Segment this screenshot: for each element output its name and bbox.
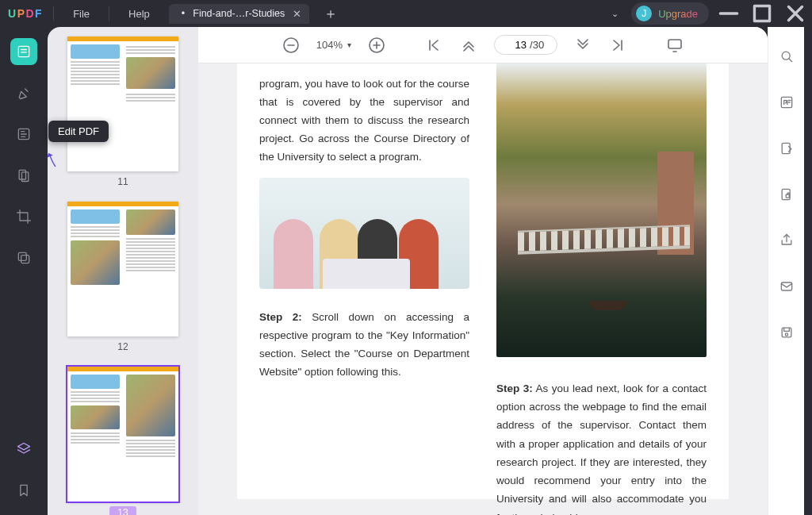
upgrade-button[interactable]: J Upgrade xyxy=(631,2,709,25)
previous-page-button[interactable] xyxy=(459,36,478,55)
paragraph: program, you have to look out for the co… xyxy=(259,75,469,167)
thumbnail-page-13[interactable]: 13 xyxy=(60,367,186,515)
first-page-button[interactable] xyxy=(424,36,443,55)
next-page-button[interactable] xyxy=(573,36,592,55)
reader-mode-button[interactable] xyxy=(10,38,37,65)
convert-button[interactable] xyxy=(773,135,800,162)
organize-pages-button[interactable] xyxy=(10,162,37,189)
bookmarks-button[interactable] xyxy=(10,477,37,504)
zoom-out-button[interactable] xyxy=(282,36,301,55)
window-edge xyxy=(804,27,812,515)
layers-button[interactable] xyxy=(10,436,37,463)
svg-rect-15 xyxy=(781,282,791,290)
page-indicator[interactable]: / 30 xyxy=(494,35,557,55)
tab-close-icon[interactable]: ✕ xyxy=(293,8,301,20)
svg-rect-4 xyxy=(22,172,29,182)
zoom-in-button[interactable] xyxy=(367,36,386,55)
app-logo: UPDF xyxy=(8,7,42,20)
search-button[interactable] xyxy=(773,43,800,70)
left-tool-rail: Edit PDF xyxy=(0,27,48,515)
redact-button[interactable] xyxy=(10,244,37,271)
ocr-button[interactable] xyxy=(773,89,800,116)
view-toolbar: 104% ▾ / 30 xyxy=(198,27,768,63)
document-area: 104% ▾ / 30 xyxy=(198,27,768,515)
save-button[interactable] xyxy=(773,319,800,346)
annotate-button[interactable] xyxy=(10,79,37,106)
new-tab-button[interactable]: ＋ xyxy=(324,4,338,23)
document-tab[interactable]: • Find-and-…r-Studies ✕ xyxy=(169,4,309,24)
window-maximize-button[interactable] xyxy=(749,2,776,25)
thumbnail-panel: 11 xyxy=(48,27,198,515)
svg-point-10 xyxy=(782,52,790,60)
paragraph: Step 3: As you lead next, look for a con… xyxy=(496,379,707,515)
crop-button[interactable] xyxy=(10,203,37,230)
thumbnail-page-number: 11 xyxy=(60,176,186,187)
page-input[interactable] xyxy=(498,38,530,52)
thumbnail-page-number: 13 xyxy=(109,506,136,515)
tab-overflow-button[interactable]: ⌄ xyxy=(605,9,625,19)
svg-rect-5 xyxy=(18,252,26,260)
document-image-students xyxy=(259,178,469,289)
title-bar: UPDF File Help • Find-and-…r-Studies ✕ ＋… xyxy=(0,0,812,27)
svg-rect-0 xyxy=(754,6,769,21)
step3-label: Step 3: xyxy=(496,382,533,394)
email-button[interactable] xyxy=(773,273,800,300)
tab-dirty-dot: • xyxy=(182,8,185,19)
last-page-button[interactable] xyxy=(608,36,627,55)
menu-file[interactable]: File xyxy=(65,5,98,23)
zoom-percent[interactable]: 104% ▾ xyxy=(316,39,351,51)
avatar: J xyxy=(636,6,652,21)
thumbnail-page-number: 12 xyxy=(60,341,186,352)
presentation-button[interactable] xyxy=(665,36,684,55)
svg-point-17 xyxy=(785,333,787,336)
separator xyxy=(109,6,109,21)
right-tool-rail xyxy=(768,27,804,515)
svg-rect-6 xyxy=(21,256,29,263)
page-total: 30 xyxy=(533,39,553,51)
paragraph: Step 2: Scroll down on accessing a respe… xyxy=(259,308,469,382)
svg-rect-14 xyxy=(786,194,789,198)
menu-help[interactable]: Help xyxy=(121,5,158,23)
svg-rect-3 xyxy=(19,170,25,179)
window-close-button[interactable] xyxy=(782,2,809,25)
svg-rect-9 xyxy=(668,40,681,48)
share-button[interactable] xyxy=(773,227,800,254)
protect-button[interactable] xyxy=(773,181,800,208)
tab-title: Find-and-…r-Studies xyxy=(193,8,285,19)
svg-rect-1 xyxy=(18,46,29,56)
separator xyxy=(53,6,54,21)
upgrade-label: Upgrade xyxy=(658,8,698,20)
document-scroll[interactable]: program, you have to look out for the co… xyxy=(198,63,768,515)
chevron-down-icon: ▾ xyxy=(347,40,351,49)
window-minimize-button[interactable] xyxy=(715,2,742,25)
step2-label: Step 2: xyxy=(259,311,302,323)
thumbnail-page-11[interactable]: 11 xyxy=(60,37,186,187)
pdf-page: program, you have to look out for the co… xyxy=(237,63,729,499)
document-image-bridge xyxy=(496,63,707,357)
edit-pdf-tooltip: Edit PDF xyxy=(48,121,109,142)
edit-pdf-button[interactable]: Edit PDF xyxy=(10,121,37,148)
thumbnail-page-12[interactable]: 12 xyxy=(60,202,186,352)
